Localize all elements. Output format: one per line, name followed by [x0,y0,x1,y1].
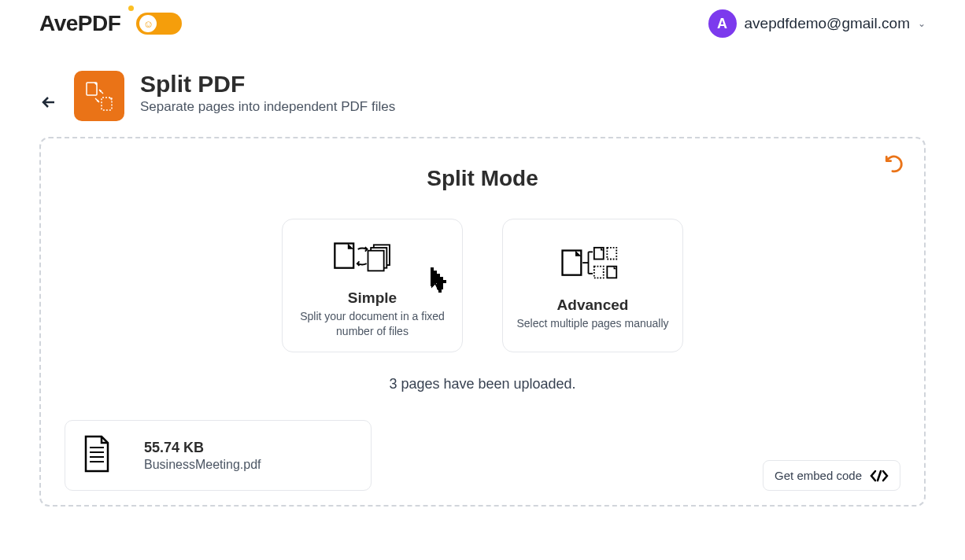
file-size: 55.74 KB [144,440,261,456]
theme-toggle[interactable]: ☺ [136,13,182,35]
tool-icon [74,71,124,121]
mode-simple-desc: Split your document in a fixed number of… [294,309,450,337]
svg-rect-34 [594,267,604,278]
embed-code-button[interactable]: Get embed code [763,460,900,491]
file-card[interactable]: 55.74 KB BusinessMeeting.pdf [65,420,372,491]
svg-rect-1 [102,98,112,110]
mode-advanced[interactable]: Advanced Select multiple pages manually [502,219,683,352]
mode-advanced-desc: Select multiple pages manually [517,316,669,330]
svg-rect-8 [431,271,434,274]
svg-rect-10 [434,274,437,277]
svg-rect-33 [607,248,616,260]
svg-rect-5 [368,251,384,271]
toggle-face-icon: ☺ [139,15,157,32]
svg-rect-23 [440,283,443,286]
file-info: 55.74 KB BusinessMeeting.pdf [144,440,261,472]
bottom-row: 55.74 KB BusinessMeeting.pdf Get embed c… [65,420,900,491]
document-icon [81,435,113,476]
page-subtitle: Separate pages into independent PDF file… [140,99,395,115]
logo[interactable]: AvePDF [39,11,120,36]
svg-line-40 [878,471,881,481]
svg-rect-12 [431,277,434,280]
svg-rect-26 [438,289,442,293]
code-icon [870,470,889,482]
main-content: Split Mode Simple Split your document in… [39,137,926,507]
page-title: Split PDF [140,71,395,98]
mode-simple[interactable]: Simple Split your document in a fixed nu… [282,219,463,352]
svg-rect-22 [437,283,440,286]
svg-rect-13 [434,277,437,280]
svg-rect-20 [443,280,446,283]
svg-rect-6 [431,267,434,271]
avatar: A [708,9,737,38]
svg-rect-24 [437,286,440,289]
svg-rect-0 [87,83,97,95]
logo-area: AvePDF ☺ [39,11,182,36]
upload-status: 3 pages have been uploaded. [65,376,900,392]
back-button[interactable] [39,93,58,116]
embed-label: Get embed code [775,469,862,482]
title-row: Split PDF Separate pages into independen… [0,47,965,137]
user-menu[interactable]: A avepdfdemo@gmail.com ⌄ [708,9,926,38]
title-text: Split PDF Separate pages into independen… [140,71,395,115]
svg-rect-18 [437,280,440,283]
chevron-down-icon: ⌄ [918,18,926,29]
cursor-icon [423,256,459,300]
section-title: Split Mode [65,166,900,191]
mode-simple-title: Simple [348,289,397,307]
toggle-indicator-dot [128,6,134,11]
mode-options: Simple Split your document in a fixed nu… [65,219,900,352]
mode-advanced-title: Advanced [557,297,629,314]
undo-button[interactable] [884,154,904,178]
file-name: BusinessMeeting.pdf [144,458,261,472]
svg-rect-16 [431,280,434,283]
svg-rect-19 [440,280,443,283]
header: AvePDF ☺ A avepdfdemo@gmail.com ⌄ [0,0,965,47]
svg-rect-25 [440,286,443,289]
svg-rect-15 [440,277,443,280]
svg-rect-9 [431,274,434,277]
svg-rect-21 [431,283,434,286]
svg-rect-7 [434,271,437,274]
svg-rect-14 [437,277,440,280]
simple-mode-icon [329,233,416,280]
advanced-mode-icon [549,240,636,287]
svg-rect-17 [434,280,437,283]
svg-rect-11 [437,274,440,277]
user-email: avepdfdemo@gmail.com [745,15,910,32]
